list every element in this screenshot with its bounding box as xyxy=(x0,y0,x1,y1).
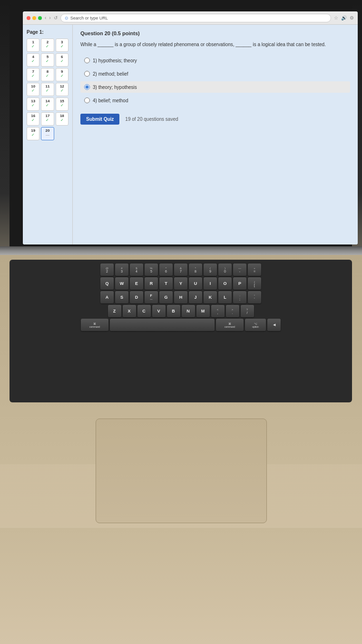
key-8[interactable]: *8 xyxy=(189,263,202,276)
page-grid: 1 ✓ 2 ✓ 3 ✓ 4 xyxy=(27,39,68,140)
url-bar[interactable]: ⊙ Search or type URL xyxy=(60,14,331,22)
key-u[interactable]: U xyxy=(189,277,202,290)
key-row-asdf: A S D F— G H J K L :; "' xyxy=(14,291,347,303)
key-period[interactable]: >. xyxy=(226,305,239,317)
key-w[interactable]: W xyxy=(115,277,128,290)
page-cell-11[interactable]: 11 ✓ xyxy=(41,83,54,96)
key-h[interactable]: H xyxy=(174,291,187,303)
page-cell-9[interactable]: 9 ✓ xyxy=(56,68,68,81)
key-semicolon[interactable]: :; xyxy=(233,291,246,303)
key-row-qwerty: Q W E R T Y U I O P {[ xyxy=(14,277,347,290)
trackpad[interactable] xyxy=(96,419,267,523)
key-g[interactable]: G xyxy=(159,291,173,303)
page-cell-4[interactable]: 4 ✓ xyxy=(27,53,39,67)
key-b[interactable]: B xyxy=(167,305,180,317)
volume-icon[interactable]: 🔊 xyxy=(341,15,347,20)
key-j[interactable]: J xyxy=(189,291,202,303)
key-arrow-left[interactable]: ◀ xyxy=(267,319,281,331)
key-d[interactable]: D xyxy=(130,291,143,303)
key-4[interactable]: $4 xyxy=(130,263,143,276)
page-cell-10[interactable]: 10 ✓ xyxy=(27,83,39,96)
page-cell-20[interactable]: 20 — xyxy=(41,127,54,140)
key-7[interactable]: &7 xyxy=(174,263,187,276)
page-cell-1[interactable]: 1 ✓ xyxy=(27,39,39,52)
answer-text-3: 3) theory; hypothesis xyxy=(93,85,137,90)
key-quote[interactable]: "' xyxy=(248,291,261,303)
settings-icon[interactable]: ⚙ xyxy=(350,15,354,20)
key-n[interactable]: N xyxy=(182,305,195,317)
page-cell-2[interactable]: 2 ✓ xyxy=(41,39,54,52)
answer-option-2[interactable]: 2) method; belief xyxy=(80,68,350,79)
key-option[interactable]: ⌥ option xyxy=(245,319,266,331)
key-bracket[interactable]: {[ xyxy=(248,277,261,290)
page-cell-18[interactable]: 18 ✓ xyxy=(56,112,68,126)
key-k[interactable]: K xyxy=(204,291,217,303)
key-e[interactable]: E xyxy=(130,277,143,290)
page-cell-5[interactable]: 5 ✓ xyxy=(41,53,54,67)
minimize-button[interactable] xyxy=(32,16,36,20)
answer-text-4: 4) belief; method xyxy=(93,98,128,103)
key-m[interactable]: M xyxy=(196,305,210,317)
page-cell-8[interactable]: 8 ✓ xyxy=(41,68,54,81)
answer-text-1: 1) hypothesis; theory xyxy=(93,58,137,63)
key-command-right[interactable]: ⌘ command xyxy=(216,319,244,331)
key-6[interactable]: ^6 xyxy=(159,263,173,276)
back-icon[interactable]: ‹ xyxy=(45,15,46,20)
key-z[interactable]: Z xyxy=(108,305,121,317)
maximize-button[interactable] xyxy=(38,16,42,20)
key-v[interactable]: V xyxy=(152,305,166,317)
key-s[interactable]: S xyxy=(115,291,128,303)
refresh-icon[interactable]: ↺ xyxy=(54,15,58,20)
laptop-bottom xyxy=(0,528,362,644)
laptop-body: ‹ › ↺ ⊙ Search or type URL ☆ 🔊 ⚙ Page 1: xyxy=(0,0,362,644)
key-r[interactable]: R xyxy=(145,277,158,290)
key-2[interactable]: @2 xyxy=(100,263,114,276)
page-cell-17[interactable]: 17 ✓ xyxy=(41,112,54,126)
key-x[interactable]: X xyxy=(123,305,136,317)
quiz-sidebar: Page 1: 1 ✓ 2 ✓ 3 ✓ xyxy=(23,25,73,244)
page-cell-7[interactable]: 7 ✓ xyxy=(27,68,39,81)
page-cell-19[interactable]: 19 ✓ xyxy=(27,127,39,140)
key-comma[interactable]: <, xyxy=(211,305,225,317)
answer-options: 1) hypothesis; theory 2) method; belief … xyxy=(80,55,350,106)
key-q[interactable]: Q xyxy=(100,277,114,290)
radio-3[interactable] xyxy=(84,84,90,90)
key-0[interactable]: )0 xyxy=(218,263,232,276)
saved-status: 19 of 20 questions saved xyxy=(125,117,178,122)
bookmark-icon[interactable]: ☆ xyxy=(334,15,338,20)
forward-icon[interactable]: › xyxy=(49,15,50,20)
key-c[interactable]: C xyxy=(137,305,151,317)
page-cell-6[interactable]: 6 ✓ xyxy=(56,53,68,67)
submit-quiz-button[interactable]: Submit Quiz xyxy=(80,114,119,125)
page-cell-14[interactable]: 14 ✓ xyxy=(41,98,54,111)
radio-1[interactable] xyxy=(84,58,90,63)
page-cell-3[interactable]: 3 ✓ xyxy=(56,39,68,52)
answer-option-3[interactable]: 3) theory; hypothesis xyxy=(80,81,350,93)
key-l[interactable]: L xyxy=(218,291,232,303)
search-icon: ⊙ xyxy=(65,16,68,20)
key-t[interactable]: T xyxy=(159,277,173,290)
page-cell-13[interactable]: 13 ✓ xyxy=(27,98,39,111)
page-cell-12[interactable]: 12 ✓ xyxy=(56,83,68,96)
key-f[interactable]: F— xyxy=(145,291,158,303)
key-slash[interactable]: ?/ xyxy=(241,305,254,317)
page-cell-16[interactable]: 16 ✓ xyxy=(27,112,39,126)
key-p[interactable]: P xyxy=(233,277,246,290)
answer-option-1[interactable]: 1) hypothesis; theory xyxy=(80,55,350,66)
key-o[interactable]: O xyxy=(218,277,232,290)
key-y[interactable]: Y xyxy=(174,277,187,290)
radio-4[interactable] xyxy=(84,98,90,103)
key-9[interactable]: (9 xyxy=(204,263,217,276)
answer-option-4[interactable]: 4) belief; method xyxy=(80,95,350,106)
radio-2[interactable] xyxy=(84,71,90,77)
key-space[interactable] xyxy=(110,319,215,331)
key-i[interactable]: I xyxy=(204,277,217,290)
key-command-left[interactable]: ⌘ command xyxy=(81,319,108,331)
key-equals[interactable]: += xyxy=(248,263,261,276)
page-cell-15[interactable]: 15 ✓ xyxy=(56,98,68,111)
key-a[interactable]: A xyxy=(100,291,114,303)
key-minus[interactable]: —- xyxy=(233,263,246,276)
close-button[interactable] xyxy=(27,16,30,20)
key-3[interactable]: #3 xyxy=(115,263,128,276)
key-5[interactable]: %5 xyxy=(145,263,158,276)
